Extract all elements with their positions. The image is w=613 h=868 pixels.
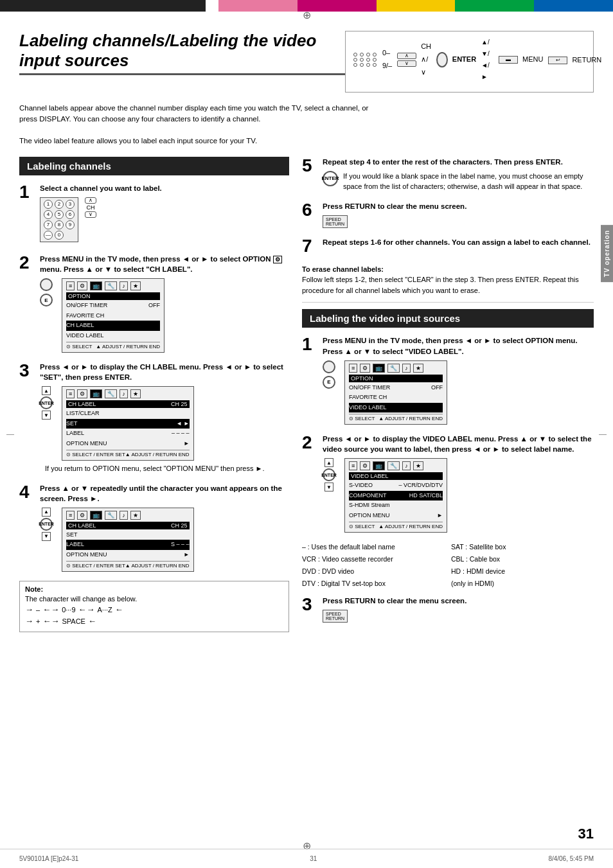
note-title: Note: bbox=[25, 585, 283, 593]
step-4-num: 4 bbox=[19, 483, 33, 501]
key-8: 8 bbox=[55, 220, 64, 229]
step-1-text: Select a channel you want to label. bbox=[40, 183, 289, 193]
video-step-3-content: Press RETURN to clear the menu screen. S… bbox=[323, 596, 594, 623]
menu-row-label2: LABELS – – – bbox=[66, 540, 190, 550]
video-step-2-menu: ≡ ⚙ 📺 🔧 ♪ ★ VIDEO LABEL S-VIDEO– VCR/DVD… bbox=[344, 458, 447, 533]
menu-row-list: LIST/CLEAR bbox=[66, 409, 190, 419]
footer-left: 5V90101A [E]p24-31 bbox=[19, 855, 78, 862]
right-col: 5 Repeat step 4 to enter the rest of the… bbox=[302, 157, 594, 638]
labeling-video-header: Labeling the video input sources bbox=[302, 309, 594, 328]
step-3-menu: ≡ ⚙ 📺 🔧 ♪ ★ CH LABELCH 25 LIST/CLEAR SET… bbox=[62, 386, 194, 461]
video-step-1-menu-area: E ≡ ⚙ 📺 🔧 ♪ ★ OPTION bbox=[323, 360, 594, 425]
step-6-content: Press RETURN to clear the menu screen. S… bbox=[323, 201, 594, 228]
video-step-1-menu: ≡ ⚙ 📺 🔧 ♪ ★ OPTION ON/OFF TIMEROFF FAVOR… bbox=[344, 360, 447, 425]
v-menu-bottom: ⊙ SELECT▲ ADJUST / RETURN END bbox=[349, 414, 443, 421]
step-3-menu-area: ▲ ENTER ▼ ≡ ⚙ 📺 🔧 ♪ bbox=[40, 386, 289, 461]
v2-menu-row-svideo: S-VIDEO– VCR/DVD/DTV bbox=[349, 481, 443, 491]
footer: 5V90101A [E]p24-31 31 8/4/06, 5:45 PM bbox=[0, 849, 613, 868]
video-step-3-num: 3 bbox=[302, 596, 316, 614]
crosshair-top: ⊕ bbox=[303, 9, 311, 21]
title-section: Labeling channels/Labeling the video inp… bbox=[19, 31, 594, 93]
step-2-text: Press MENU in the TV mode, then press ◄ … bbox=[40, 254, 289, 274]
step-1-keypad: 1 2 3 4 5 6 7 8 bbox=[40, 197, 78, 242]
step-7-text: Repeat steps 1-6 for other channels. You… bbox=[323, 237, 594, 247]
footer-center: 31 bbox=[310, 855, 317, 862]
v2-menu-bottom: ⊙ SELECT▲ ADJUST / RETURN END bbox=[349, 522, 443, 529]
step-3-text: Press ◄ or ► to display the CH LABEL men… bbox=[40, 362, 289, 382]
step-4: 4 Press ▲ or ▼ repeatedly until the char… bbox=[19, 483, 289, 572]
menu-row-chlabel: CH LABEL bbox=[66, 321, 160, 331]
ch-down: ∨ bbox=[85, 211, 96, 218]
remote-enter-label: ENTER bbox=[452, 53, 476, 66]
key-4: 4 bbox=[44, 210, 53, 219]
step-3-content: Press ◄ or ► to display the CH LABEL men… bbox=[40, 362, 289, 474]
char-seq-1: → – ←→ 0···9 ←→ A···Z ← bbox=[25, 605, 283, 614]
speed-return-btn-v3: SPEEDRETURN bbox=[323, 610, 348, 623]
crosshair-left: — bbox=[6, 430, 14, 439]
menu-bottom: ⊙ SELECT▲ ADJUST / RETURN END bbox=[66, 342, 160, 350]
step-4-text: Press ▲ or ▼ repeatedly until the charac… bbox=[40, 483, 289, 504]
video-step-1-content: Press MENU in the TV mode, then press ◄ … bbox=[323, 335, 594, 425]
main-content: Labeling channels/Labeling the video inp… bbox=[0, 12, 613, 676]
step-6-text: Press RETURN to clear the menu screen. bbox=[323, 201, 594, 211]
menu-bottom-4: ⊙ SELECT / ENTER SET▲ ADJUST / RETURN EN… bbox=[66, 561, 190, 569]
step-7-content: Repeat steps 1-6 for other channels. You… bbox=[323, 237, 594, 251]
labeling-channels-header: Labeling channels bbox=[19, 157, 289, 175]
step-2: 2 Press MENU in the TV mode, then press … bbox=[19, 254, 289, 353]
step-3-note: If you return to OPTION menu, select "OP… bbox=[40, 463, 289, 474]
step-5-content: Repeat step 4 to enter the rest of the c… bbox=[323, 157, 594, 192]
video-step-3-text: Press RETURN to clear the menu screen. bbox=[323, 596, 594, 606]
footer-right: 8/4/06, 5:45 PM bbox=[548, 855, 594, 862]
menu-row-set2: SET bbox=[66, 530, 190, 540]
erase-title: To erase channel labels: bbox=[302, 264, 594, 275]
video-step-3: 3 Press RETURN to clear the menu screen.… bbox=[302, 596, 594, 623]
step-1: 1 Select a channel you want to label. 1 … bbox=[19, 183, 289, 245]
step-2-menu-area: E ≡ ⚙ 📺 🔧 ♪ ★ OPTION bbox=[40, 278, 289, 353]
legend-dvd: DVD : DVD video bbox=[302, 566, 445, 577]
step-4-menu-area: ▲ ENTER ▼ ≡ ⚙ 📺 🔧 ♪ bbox=[40, 508, 289, 572]
remote-menu-label: MENU bbox=[522, 53, 543, 66]
step-2-content: Press MENU in the TV mode, then press ◄ … bbox=[40, 254, 289, 353]
legend-hd-note: (only in HDMI) bbox=[451, 578, 594, 589]
v-menu-row-favorite: FAVORITE CH bbox=[349, 393, 443, 403]
step-2-num: 2 bbox=[19, 254, 33, 272]
remote-arrows-label: ▲/▼/◄/► bbox=[481, 37, 493, 83]
key-5: 5 bbox=[55, 210, 64, 219]
step-6-num: 6 bbox=[302, 201, 316, 219]
step-7-num: 7 bbox=[302, 237, 316, 255]
step-3-num: 3 bbox=[19, 362, 33, 380]
video-step-2-content: Press ◄ or ► to display the VIDEO LABEL … bbox=[323, 434, 594, 533]
page-title: Labeling channels/Labeling the video inp… bbox=[19, 31, 345, 75]
color-bar-green bbox=[455, 0, 534, 12]
key-6: 6 bbox=[66, 210, 75, 219]
menu-bottom-3: ⊙ SELECT / ENTER SET▲ ADJUST / RETURN EN… bbox=[66, 450, 190, 457]
key-9: 9 bbox=[66, 220, 75, 229]
key-7: 7 bbox=[44, 220, 53, 229]
remote-return-label: RETURN bbox=[572, 54, 601, 67]
remote-ch-label: CH ∧/∨ bbox=[421, 40, 431, 78]
step-1-remote: 1 2 3 4 5 6 7 8 bbox=[40, 197, 289, 242]
menu-row-favorite: FAVORITE CH bbox=[66, 311, 160, 321]
video-step-1: 1 Press MENU in the TV mode, then press … bbox=[302, 335, 594, 425]
v2-menu-row-stream: S-HDMI Stream bbox=[349, 500, 443, 511]
legend-vcr: VCR : Video cassette recorder bbox=[302, 554, 445, 565]
color-bar-pink bbox=[218, 0, 298, 12]
speed-return-btn-6: SPEEDRETURN bbox=[323, 215, 348, 228]
step-5: 5 Repeat step 4 to enter the rest of the… bbox=[302, 157, 594, 192]
menu-row-label: LABEL– – – – bbox=[66, 429, 190, 439]
video-step-1-text: Press MENU in the TV mode, then press ◄ … bbox=[323, 335, 594, 356]
step-1-num: 1 bbox=[19, 183, 33, 201]
note-box: Note: The character will change as below… bbox=[19, 581, 289, 632]
char-seq-2: → + ←→ SPACE ← bbox=[25, 616, 283, 626]
tv-operation-tab: TV operation bbox=[601, 225, 613, 282]
menu-row-videolabel2: VIDEO LABEL bbox=[66, 331, 160, 341]
color-bar-yellow bbox=[377, 0, 456, 12]
step-5-inner: ENTER If you would like a blank space in… bbox=[323, 171, 594, 192]
legend-dash: – : Uses the default label name bbox=[302, 542, 445, 553]
ch-up: ∧ bbox=[85, 197, 96, 204]
menu-row-option: OPTION MENU► bbox=[66, 439, 190, 449]
menu-row-timer: ON/OFF TIMEROFF bbox=[66, 301, 160, 311]
step-3: 3 Press ◄ or ► to display the CH LABEL m… bbox=[19, 362, 289, 474]
key-dash: — bbox=[44, 231, 53, 240]
menu-row-set: SET◄ ► bbox=[66, 419, 190, 429]
